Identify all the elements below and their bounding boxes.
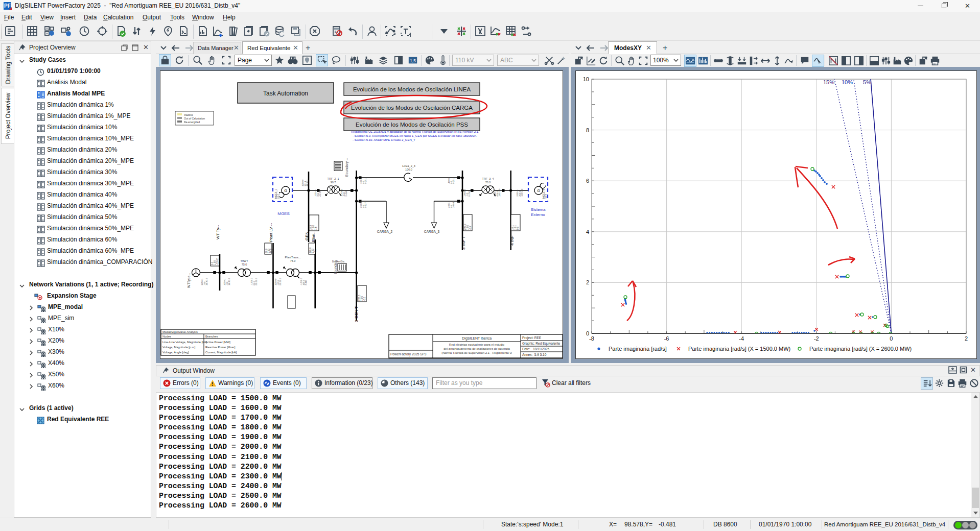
svg-text:-4: -4	[739, 335, 744, 342]
svg-text:10%: 10%	[842, 79, 853, 85]
svg-text:Active Power [MW]: Active Power [MW]	[205, 341, 230, 344]
svg-text:WTType...: WTType...	[187, 273, 191, 288]
svg-text:5%: 5%	[863, 79, 871, 85]
svg-text:41.331: 41.331	[319, 189, 321, 197]
svg-text:0.251: 0.251	[364, 178, 367, 184]
svg-text:0.527: 0.527	[364, 202, 367, 208]
svg-text:3.414: 3.414	[305, 279, 307, 285]
svg-text:Voltage, Angle [deg]: Voltage, Angle [deg]	[162, 351, 189, 354]
svg-text:-119.2: -119.2	[216, 258, 219, 265]
svg-text:Evolución de los Modos de Osci: Evolución de los Modos de Oscilación CAR…	[351, 105, 473, 111]
svg-text:MGES: MGES	[277, 211, 290, 216]
svg-text:Nodes: Nodes	[162, 335, 171, 338]
svg-text:26.26.3: 26.26.3	[279, 278, 282, 285]
svg-text:Project: REE: Project: REE	[522, 336, 542, 340]
svg-text:Parte imaginaria [rad/s]: Parte imaginaria [rad/s]	[609, 346, 667, 352]
svg-text:0: 0	[890, 335, 893, 342]
svg-text:Externo: Externo	[531, 212, 545, 217]
svg-text:TRF_3_4: TRF_3_4	[482, 177, 494, 180]
svg-text:Boundary: Boundary	[334, 259, 338, 274]
svg-text:92.0: 92.0	[277, 194, 280, 199]
svg-text:WT Ty--: WT Ty--	[216, 225, 220, 239]
svg-text:-6: -6	[664, 335, 669, 342]
svg-text:110.529: 110.529	[498, 188, 501, 197]
svg-text:Out of Calculation: Out of Calculation	[184, 117, 205, 120]
svg-text:0.251: 0.251	[452, 178, 455, 184]
svg-text:- Sección 5.9. Reemplazar MGES: - Sección 5.9. Reemplazar MGES en Nudo 1…	[353, 134, 476, 137]
svg-text:Plan...: Plan...	[311, 230, 316, 242]
svg-text:TRF_2_1: TRF_2_1	[328, 177, 339, 180]
svg-text:3.414: 3.414	[345, 190, 347, 197]
svg-text:26.26.3: 26.26.3	[255, 278, 258, 285]
svg-text:-8: -8	[589, 335, 594, 342]
svg-text:Branches: Branches	[205, 335, 218, 338]
svg-text:CARGA_3: CARGA_3	[424, 230, 440, 234]
svg-text:Evolución de los Modos de Osci: Evolución de los Modos de Oscilación PSS	[356, 122, 468, 128]
svg-text:41.331: 41.331	[306, 179, 309, 186]
svg-text:26.2: 26.2	[270, 249, 273, 253]
svg-text:70.0: 70.0	[485, 181, 491, 184]
svg-text:11.30.0..: 11.30.0..	[205, 277, 208, 285]
svg-text:Plant LV --: Plant LV --	[269, 223, 273, 242]
svg-text:Reactive Power [Mvar]: Reactive Power [Mvar]	[205, 346, 236, 349]
svg-text:del amortiguamiento de oscilac: del amortiguamiento de oscilaciones de p…	[444, 347, 510, 350]
svg-text:Linea_2_3: Linea_2_3	[402, 164, 415, 167]
svg-text:Parte imaginaria [rad/s] (X =: Parte imaginaria [rad/s] (X = 2600.0 MW)	[809, 346, 912, 352]
svg-text:-0.1: -0.1	[363, 297, 366, 301]
svg-text:TrfWT: TrfWT	[240, 259, 248, 262]
svg-text:Annex: 5.9 5.10: Annex: 5.9 5.10	[522, 353, 547, 356]
svg-text:-0.1: -0.1	[314, 249, 317, 253]
svg-text:-0.7: -0.7	[469, 226, 472, 230]
svg-text:Evolución de los Modos de Osci: Evolución de los Modos de Oscilación LIN…	[353, 86, 471, 92]
svg-text:75.0: 75.0	[290, 259, 296, 262]
svg-text:-2: -2	[814, 335, 819, 342]
svg-text:Date: 18/11/2025: Date: 18/11/2025	[522, 347, 549, 351]
svg-text:G: G	[537, 189, 540, 192]
svg-text:CARGA_2: CARGA_2	[377, 230, 393, 234]
svg-text:4 INF: 4 INF	[510, 235, 515, 246]
svg-text:- Sección 5.10. Añadir MPE a N: - Sección 5.10. Añadir MPE a Nudo 2_GEN_…	[353, 138, 415, 141]
svg-text:3 INF T: 3 INF T	[461, 236, 466, 250]
svg-text:11.30.0..: 11.30.0..	[228, 277, 230, 285]
svg-text:De-energized: De-energized	[184, 120, 200, 124]
svg-text:Sistema: Sistema	[531, 207, 546, 212]
svg-text:Boundary --: Boundary --	[345, 158, 349, 177]
svg-text:DIgSILENT Ibérica: DIgSILENT Ibérica	[462, 336, 492, 341]
svg-text:90.7: 90.7	[331, 181, 336, 184]
svg-text:110.529: 110.529	[521, 188, 523, 197]
svg-text:1,5: 1,5	[410, 59, 416, 63]
svg-text:Current, Magnitude [kA]: Current, Magnitude [kA]	[205, 351, 237, 354]
svg-text:2 GEN T: 2 GEN T	[354, 306, 359, 322]
svg-text:2: 2	[965, 335, 968, 342]
svg-text:2: 2	[586, 279, 589, 285]
svg-text:75.0: 75.0	[242, 263, 247, 266]
svg-text:GEN: GEN	[305, 231, 309, 240]
svg-text:Line-Line Voltage, Magnitude [: Line-Line Voltage, Magnitude [kV]	[162, 341, 207, 344]
svg-text:PlantTrans...: PlantTrans...	[285, 256, 301, 259]
svg-text:10: 10	[583, 76, 589, 82]
svg-text:Modal/Eigenvalue Analysis: Modal/Eigenvalue Analysis	[162, 330, 198, 333]
svg-text:Inactive: Inactive	[184, 113, 193, 116]
svg-text:9.790: 9.790	[468, 190, 471, 197]
svg-text:1.5: 1.5	[315, 226, 317, 230]
svg-text:G: G	[284, 189, 287, 192]
svg-text:Reglamento UE 2016/631 y aplic: Reglamento UE 2016/631 y aplicación de l…	[351, 130, 479, 133]
svg-text:Voltage, Magnitude [p.u.]: Voltage, Magnitude [p.u.]	[162, 346, 196, 349]
svg-text:4: 4	[586, 229, 589, 235]
svg-text:100.0: 100.0	[405, 168, 412, 171]
svg-text:0.0: 0.0	[517, 226, 519, 230]
svg-text:70.5: 70.5	[545, 194, 548, 199]
svg-text:Graphic: Red Equivalente: Graphic: Red Equivalente	[522, 342, 560, 346]
svg-text:0: 0	[586, 330, 589, 336]
svg-text:10.041: 10.041	[452, 201, 455, 208]
svg-text:(Norma Técnica de Supervisión: (Norma Técnica de Supervisión 2.1 - Regl…	[441, 351, 512, 354]
svg-text:6: 6	[586, 178, 589, 184]
svg-text:8: 8	[586, 127, 589, 133]
svg-text:Parte imaginaria [rad/s] (X =: Parte imaginaria [rad/s] (X = 1500.0 MW)	[688, 346, 790, 352]
svg-text:Task Automation: Task Automation	[263, 90, 308, 97]
svg-text:PowerFactory 2025 SP3: PowerFactory 2025 SP3	[390, 352, 427, 356]
svg-text:Red eléctrica equivalente para: Red eléctrica equivalente para el estudi…	[449, 343, 505, 346]
svg-text:15%: 15%	[823, 79, 834, 85]
